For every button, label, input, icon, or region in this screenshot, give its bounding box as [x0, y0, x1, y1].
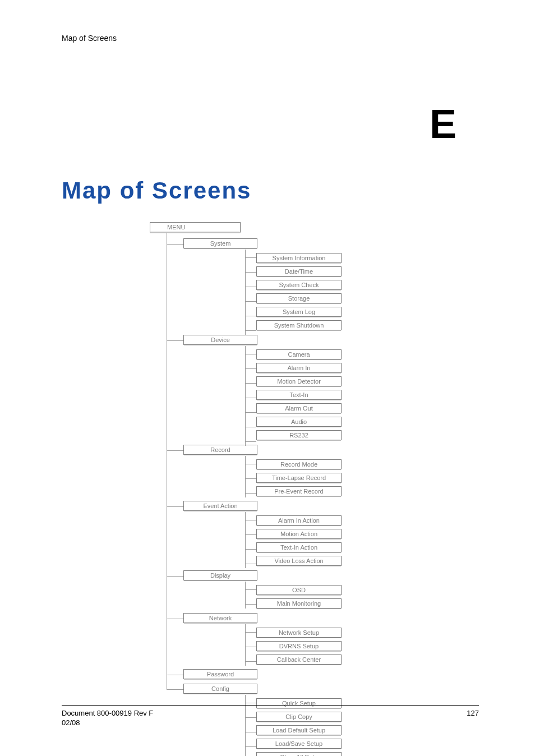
menu-leaf: Callback Center [256, 654, 342, 665]
connector-line [245, 589, 256, 590]
footer-date: 02/08 [62, 718, 80, 727]
connector-line [245, 427, 256, 427]
menu-category: Record [183, 445, 257, 455]
menu-leaf: Audio [256, 417, 342, 427]
connector-line [167, 450, 183, 451]
connector-line [245, 301, 256, 302]
menu-leaf: Record Mode [256, 459, 342, 469]
menu-category: Display [183, 570, 257, 580]
menu-leaf: Text-In [256, 390, 342, 400]
menu-leaf: OSD [256, 585, 342, 595]
connector-line [245, 354, 256, 354]
menu-leaf: Storage [256, 293, 342, 303]
connector-line [245, 534, 256, 535]
menu-leaf: System Shutdown [256, 320, 342, 330]
menu-category: System [183, 238, 257, 248]
menu-group: Event ActionAlarm In ActionMotion Action… [183, 501, 391, 566]
menu-leaf: Motion Detector [256, 376, 342, 386]
running-header: Map of Screens [62, 34, 479, 43]
connector-line [245, 604, 256, 605]
menu-group: DisplayOSDMain Monitoring [183, 570, 391, 609]
menu-leaf: Text-In Action [256, 542, 342, 552]
menu-group: DeviceCameraAlarm InMotion DetectorText-… [183, 335, 391, 440]
connector-line [245, 412, 256, 413]
menu-root: MENU [150, 222, 241, 233]
connector-line [167, 576, 183, 577]
menu-leaf: System Log [256, 307, 342, 317]
menu-leaf: Date/Time [256, 266, 342, 276]
connector-line [167, 689, 183, 690]
connector-line [245, 368, 256, 369]
menu-category: Network [183, 613, 257, 623]
menu-category: Password [183, 669, 257, 679]
connector-line [245, 398, 256, 398]
menu-leaf: Pre-Event Record [256, 486, 342, 496]
menu-leaf-stack: OSDMain Monitoring [256, 585, 391, 609]
connector-line [245, 250, 246, 335]
menu-leaf: DVRNS Setup [256, 641, 342, 651]
menu-leaf-stack: Record ModeTime-Lapse RecordPre-Event Re… [256, 459, 391, 496]
connector-line [245, 647, 256, 647]
connector-line [167, 506, 183, 507]
menu-leaf: Alarm In [256, 363, 342, 373]
menu-leaf: Alarm In Action [256, 515, 342, 525]
appendix-letter: E [430, 101, 456, 147]
connector-line [167, 233, 167, 689]
connector-line [245, 564, 256, 564]
connector-line [245, 520, 256, 520]
connector-line [245, 512, 246, 568]
menu-leaf-stack: CameraAlarm InMotion DetectorText-InAlar… [256, 349, 391, 440]
connector-line [245, 456, 246, 497]
connector-line [245, 316, 256, 316]
menu-leaf-stack: Alarm In ActionMotion ActionText-In Acti… [256, 515, 391, 566]
menu-leaf: Load/Save Setup [256, 739, 342, 749]
menu-leaf: Network Setup [256, 628, 342, 638]
menu-group: SystemSystem InformationDate/TimeSystem … [183, 238, 391, 330]
connector-line [167, 619, 183, 619]
connector-line [245, 493, 256, 494]
menu-group: Password [183, 669, 391, 679]
page-title: Map of Screens [62, 177, 479, 204]
menu-leaf: System Information [256, 253, 342, 263]
connector-line [245, 272, 256, 273]
menu-category: Device [183, 335, 257, 345]
connector-line [245, 703, 256, 703]
menu-leaf: System Check [256, 280, 342, 290]
menu-category: Event Action [183, 501, 257, 511]
menu-leaf: Main Monitoring [256, 598, 342, 609]
connector-line [167, 675, 183, 675]
connector-line [245, 549, 256, 550]
menu-group: RecordRecord ModeTime-Lapse RecordPre-Ev… [183, 445, 391, 496]
menu-leaf: Clear All Data [256, 752, 342, 756]
connector-line [245, 257, 256, 258]
menu-leaf-stack: Network SetupDVRNS SetupCallback Center [256, 628, 391, 665]
connector-line [245, 330, 256, 331]
footer-doc: Document 800-00919 Rev F [62, 709, 153, 717]
menu-leaf: Camera [256, 349, 342, 359]
connector-line [245, 661, 256, 662]
menu-leaf: RS232 [256, 430, 342, 440]
menu-leaf: Alarm Out [256, 403, 342, 413]
connector-line [245, 624, 246, 666]
menu-leaf-stack: System InformationDate/TimeSystem CheckS… [256, 253, 391, 330]
menu-category: Config [183, 684, 257, 694]
menu-leaf: Video Loss Action [256, 556, 342, 566]
connector-line [245, 464, 256, 464]
menu-leaf: Time-Lapse Record [256, 473, 342, 483]
connector-line [245, 287, 256, 287]
connector-line [167, 340, 183, 341]
connector-line [245, 632, 256, 633]
connector-line [167, 244, 183, 245]
menu-leaf: Motion Action [256, 529, 342, 539]
connector-line [245, 478, 256, 479]
connector-line [245, 732, 256, 732]
connector-line [245, 746, 256, 747]
connector-line [245, 383, 256, 384]
page-footer: Document 800-00919 Rev F 02/08 127 [62, 705, 479, 728]
menu-group: NetworkNetwork SetupDVRNS SetupCallback … [183, 613, 391, 665]
connector-line [245, 346, 246, 446]
footer-page-number: 127 [467, 709, 479, 728]
connector-line [245, 441, 256, 442]
screen-map-diagram: MENUSystemSystem InformationDate/TimeSys… [150, 222, 391, 756]
